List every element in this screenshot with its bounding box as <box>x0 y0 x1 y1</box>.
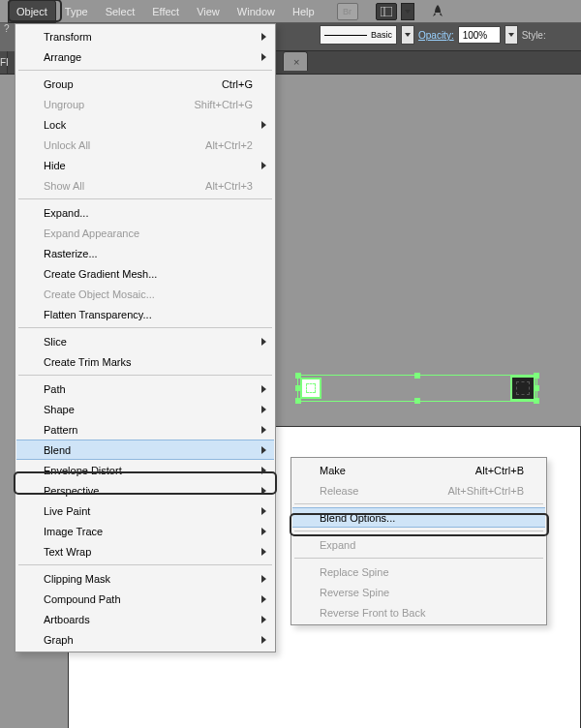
blend-menu-item-release: ReleaseAlt+Shift+Ctrl+B <box>292 480 545 500</box>
menu-item-label: Live Paint <box>44 505 90 517</box>
menu-object[interactable]: Object <box>8 0 56 23</box>
object-menu-item-hide[interactable]: Hide <box>16 155 274 175</box>
selection-bounds <box>297 375 537 402</box>
object-menu-item-create-trim-marks[interactable]: Create Trim Marks <box>16 351 274 372</box>
object-menu-item-pattern[interactable]: Pattern <box>16 419 274 440</box>
submenu-arrow-icon <box>261 121 266 129</box>
object-menu-item-lock[interactable]: Lock <box>16 114 274 135</box>
menu-item-label: Hide <box>44 160 66 171</box>
opacity-dropdown[interactable] <box>505 25 518 45</box>
object-menu-item-shape[interactable]: Shape <box>16 399 274 419</box>
object-menu-item-transform[interactable]: Transform <box>16 26 274 46</box>
menu-separator <box>18 70 272 71</box>
menu-item-label: Artboards <box>44 614 90 625</box>
menu-separator <box>18 198 272 199</box>
menu-separator <box>18 327 272 328</box>
object-menu-item-expand[interactable]: Expand... <box>16 202 274 223</box>
selection-handle[interactable] <box>414 398 420 404</box>
stroke-style-dropdown[interactable] <box>401 25 414 45</box>
object-menu-item-arrange[interactable]: Arrange <box>16 46 274 67</box>
menu-item-label: Arrange <box>44 51 81 63</box>
selected-object-dark[interactable] <box>510 376 535 401</box>
submenu-arrow-icon <box>261 595 266 603</box>
submenu-arrow-icon <box>261 385 266 393</box>
object-menu-item-slice[interactable]: Slice <box>16 331 274 351</box>
object-menu-item-path[interactable]: Path <box>16 379 274 399</box>
menu-item-label: Shape <box>44 404 75 415</box>
object-menu-item-flatten-transparency[interactable]: Flatten Transparency... <box>16 304 274 324</box>
close-tab-icon[interactable]: × <box>293 56 299 68</box>
stroke-style-select[interactable]: Basic <box>320 25 397 45</box>
blend-menu-item-expand: Expand <box>292 534 545 555</box>
submenu-arrow-icon <box>261 616 266 623</box>
menu-type[interactable]: Type <box>56 0 97 23</box>
gpu-rocket-icon[interactable] <box>428 3 447 20</box>
menu-item-label: Reverse Front to Back <box>320 607 425 619</box>
menu-item-label: Create Trim Marks <box>44 356 131 368</box>
menu-view[interactable]: View <box>188 0 229 23</box>
object-menu-item-envelope-distort[interactable]: Envelope Distort <box>16 460 274 480</box>
bridge-icon[interactable]: Br <box>337 3 358 20</box>
arrange-documents-dropdown[interactable] <box>401 3 414 20</box>
object-menu-item-graph[interactable]: Graph <box>16 629 274 650</box>
menu-separator <box>294 531 543 531</box>
submenu-arrow-icon <box>261 636 266 644</box>
submenu-arrow-icon <box>261 446 266 454</box>
menubar: Object Type Select Effect View Window He… <box>0 0 581 23</box>
selected-object-light[interactable] <box>300 378 321 399</box>
object-menu-item-text-wrap[interactable]: Text Wrap <box>16 541 274 561</box>
menu-separator <box>18 564 272 565</box>
object-menu-item-show-all: Show AllAlt+Ctrl+3 <box>16 175 274 196</box>
menu-item-shortcut: Alt+Shift+Ctrl+B <box>447 485 524 497</box>
submenu-arrow-icon <box>261 507 266 515</box>
arrange-documents-icon[interactable] <box>376 3 397 20</box>
menu-window[interactable]: Window <box>229 0 284 23</box>
submenu-arrow-icon <box>261 53 266 61</box>
object-menu-item-live-paint[interactable]: Live Paint <box>16 500 274 521</box>
object-menu-item-clipping-mask[interactable]: Clipping Mask <box>16 568 274 589</box>
submenu-arrow-icon <box>261 162 266 169</box>
object-menu-item-perspective[interactable]: Perspective <box>16 480 274 500</box>
object-menu-dropdown: TransformArrangeGroupCtrl+GUngroupShift+… <box>15 23 276 652</box>
menu-effect[interactable]: Effect <box>143 0 188 23</box>
menu-item-label: Flatten Transparency... <box>44 309 152 320</box>
document-tab[interactable]: × <box>283 51 308 71</box>
menu-item-label: Compound Path <box>44 593 121 605</box>
submenu-arrow-icon <box>261 426 266 434</box>
menu-item-label: Group <box>44 78 74 90</box>
menu-item-label: Create Object Mosaic... <box>44 288 155 300</box>
menu-item-label: Reverse Spine <box>320 587 389 598</box>
object-menu-item-artboards[interactable]: Artboards <box>16 609 274 629</box>
menu-item-label: Clipping Mask <box>44 573 110 585</box>
object-menu-item-image-trace[interactable]: Image Trace <box>16 521 274 541</box>
blend-menu-item-replace-spine: Replace Spine <box>292 561 545 582</box>
style-label: Style: <box>522 30 546 41</box>
menu-help[interactable]: Help <box>284 0 323 23</box>
object-menu-item-unlock-all: Unlock AllAlt+Ctrl+2 <box>16 135 274 155</box>
submenu-arrow-icon <box>261 33 266 41</box>
opacity-input[interactable]: 100% <box>458 26 501 44</box>
menu-item-shortcut: Ctrl+G <box>222 78 253 90</box>
menu-separator <box>18 375 272 376</box>
object-menu-item-compound-path[interactable]: Compound Path <box>16 589 274 609</box>
menu-item-label: Perspective <box>44 485 99 497</box>
menu-item-label: Blend <box>44 444 71 456</box>
selection-handle[interactable] <box>414 373 420 379</box>
svg-rect-0 <box>381 7 392 16</box>
submenu-arrow-icon <box>261 487 266 495</box>
object-menu-item-group[interactable]: GroupCtrl+G <box>16 74 274 94</box>
blend-menu-item-blend-options[interactable]: Blend Options... <box>292 507 545 528</box>
menu-item-label: Expand <box>320 539 355 551</box>
menu-item-shortcut: Alt+Ctrl+B <box>475 465 524 476</box>
object-menu-item-rasterize[interactable]: Rasterize... <box>16 243 274 263</box>
blend-menu-item-reverse-front-to-back: Reverse Front to Back <box>292 602 545 622</box>
object-menu-item-create-gradient-mesh[interactable]: Create Gradient Mesh... <box>16 263 274 284</box>
blend-menu-item-make[interactable]: MakeAlt+Ctrl+B <box>292 460 545 480</box>
menu-item-label: Pattern <box>44 424 77 436</box>
object-menu-item-blend[interactable]: Blend <box>16 440 274 460</box>
submenu-arrow-icon <box>261 528 266 535</box>
opacity-label[interactable]: Opacity: <box>418 30 454 41</box>
menu-select[interactable]: Select <box>97 0 144 23</box>
menu-item-label: Graph <box>44 634 74 646</box>
menu-item-label: Path <box>44 383 66 395</box>
